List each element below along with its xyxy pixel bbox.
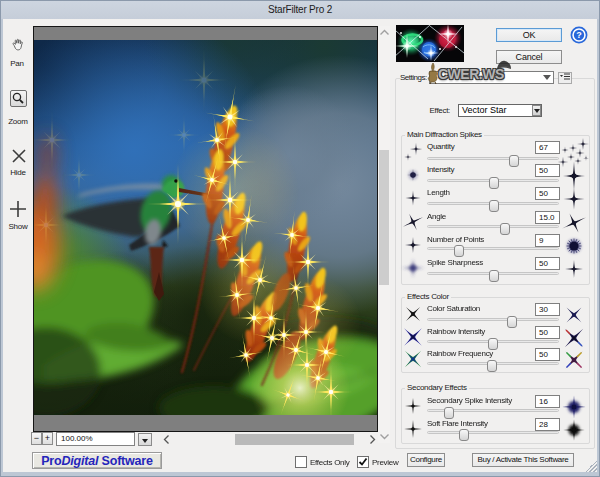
svg-text:?: ? [576, 30, 582, 40]
